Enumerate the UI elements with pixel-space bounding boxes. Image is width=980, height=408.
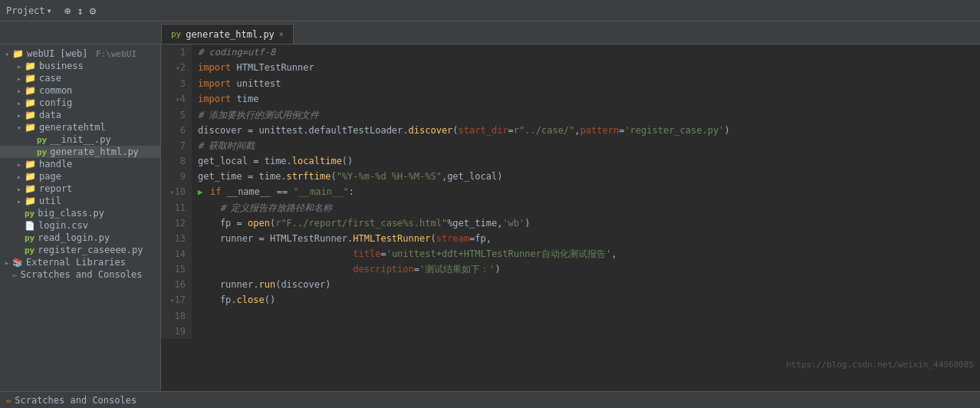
- code-line-10: ▾10 ▶if __name__ == "__main__":: [161, 184, 980, 200]
- line-num-4: ▾4: [161, 91, 192, 107]
- report-arrow-icon: [14, 185, 25, 193]
- line-num-7: 7: [161, 138, 192, 153]
- scratches-bottom-label: Scratches and Consoles: [15, 395, 136, 406]
- sidebar-item-register-case[interactable]: py register_caseeee.py: [0, 244, 160, 256]
- line-content-5: # 添加要执行的测试用例文件: [192, 107, 980, 123]
- line-content-12: fp = open(r"F../report/first_case%s.html…: [192, 216, 980, 231]
- line-content-4: import time: [192, 91, 980, 107]
- generatehtml-folder-icon: 📁: [25, 122, 36, 133]
- case-arrow-icon: [14, 74, 25, 83]
- code-line-2: ▾2 import HTMLTestRunner: [161, 60, 980, 76]
- sidebar-item-case[interactable]: 📁 case: [0, 72, 160, 84]
- add-icon[interactable]: ⊕: [64, 5, 71, 17]
- line-content-9: get_time = time.strftime("%Y-%m-%d %H-%M…: [192, 169, 980, 184]
- register-case-label: register_caseeee.py: [38, 245, 143, 255]
- code-line-5: 5 # 添加要执行的测试用例文件: [161, 107, 980, 123]
- config-label: config: [39, 97, 72, 108]
- line-num-17: ▾17: [161, 292, 192, 308]
- bottom-bar: ✏ Scratches and Consoles: [0, 391, 980, 408]
- line-num-12: 12: [161, 216, 192, 231]
- settings-icon[interactable]: ⚙: [90, 5, 96, 17]
- code-lines: 1 # coding=utf-8 ▾2 import HTMLTestRunne…: [161, 44, 980, 339]
- dropdown-arrow-icon: ▾: [47, 5, 52, 16]
- big-class-label: big_class.py: [38, 208, 104, 219]
- scratches-label: Scratches and Consoles: [21, 269, 143, 280]
- line-num-15: 15: [161, 262, 192, 277]
- line-content-17: fp.close(): [192, 292, 980, 308]
- line-num-11: 11: [161, 200, 192, 216]
- sidebar-item-data[interactable]: 📁 data: [0, 109, 160, 121]
- line-content-8: get_local = time.localtime(): [192, 153, 980, 169]
- sync-icon[interactable]: ↕: [77, 5, 83, 17]
- sidebar-item-generate-html[interactable]: py generate_html.py: [0, 146, 160, 158]
- ext-libs-arrow-icon: [2, 258, 12, 267]
- init-label: __init__.py: [50, 134, 110, 145]
- init-py-icon: py: [37, 135, 47, 145]
- line-content-13: runner = HTMLTestRunner.HTMLTestRunner(s…: [192, 231, 980, 246]
- business-folder-icon: 📁: [25, 61, 36, 71]
- line-content-15: description='测试结果如下：'): [192, 262, 980, 277]
- code-line-7: 7 # 获取时间戳: [161, 138, 980, 153]
- sidebar-root[interactable]: 📁 webUI [web] F:\webUI: [0, 48, 160, 60]
- login-csv-label: login.csv: [38, 220, 88, 231]
- sidebar-item-page[interactable]: 📁 page: [0, 170, 160, 183]
- business-arrow-icon: [14, 62, 25, 71]
- code-line-14: 14 title='unittest+ddt+HTMLTestRunner自动化…: [161, 246, 980, 262]
- line-content-3: import unittest: [192, 76, 980, 91]
- sidebar-item-login-csv[interactable]: 📄 login.csv: [0, 219, 160, 232]
- tab-close-button[interactable]: ×: [279, 30, 284, 38]
- tab-label: generate_html.py: [186, 29, 275, 40]
- tab-generate-html[interactable]: py generate_html.py ×: [161, 24, 294, 44]
- sidebar-item-read-login[interactable]: py read_login.py: [0, 232, 160, 244]
- line-content-2: import HTMLTestRunner: [192, 60, 980, 76]
- line-content-19: [192, 324, 980, 339]
- code-line-18: 18: [161, 308, 980, 324]
- generatehtml-label: generatehtml: [39, 122, 106, 133]
- line-num-9: 9: [161, 169, 192, 184]
- read-login-py-icon: py: [25, 233, 35, 243]
- tab-bar: py generate_html.py ×: [0, 21, 980, 44]
- line-content-11: # 定义报告存放路径和名称: [192, 200, 980, 216]
- sidebar-item-big-class[interactable]: py big_class.py: [0, 207, 160, 219]
- code-line-8: 8 get_local = time.localtime(): [161, 153, 980, 169]
- sidebar-item-handle[interactable]: 📁 handle: [0, 158, 160, 170]
- common-label: common: [39, 85, 72, 96]
- line-num-6: 6: [161, 123, 192, 138]
- config-folder-icon: 📁: [25, 97, 36, 108]
- code-editor[interactable]: 1 # coding=utf-8 ▾2 import HTMLTestRunne…: [161, 44, 980, 391]
- register-case-py-icon: py: [25, 245, 35, 255]
- sidebar-item-external-libs[interactable]: 📚 External Libraries: [0, 256, 160, 268]
- big-class-py-icon: py: [25, 209, 35, 219]
- page-label: page: [39, 171, 61, 182]
- sidebar-item-config[interactable]: 📁 config: [0, 97, 160, 109]
- tab-py-icon: py: [171, 29, 181, 39]
- scratches-bottom-icon: ✏: [6, 395, 12, 406]
- sidebar-item-business[interactable]: 📁 business: [0, 60, 160, 72]
- line-num-16: 16: [161, 277, 192, 292]
- generatehtml-arrow-icon: [14, 123, 25, 132]
- sidebar-item-scratches[interactable]: ✏ Scratches and Consoles: [0, 268, 160, 281]
- sidebar-item-init[interactable]: py __init__.py: [0, 133, 160, 146]
- line-content-7: # 获取时间戳: [192, 138, 980, 153]
- title-bar: Project ▾ ⊕ ↕ ⚙: [0, 0, 980, 21]
- line-num-13: 13: [161, 231, 192, 246]
- common-arrow-icon: [14, 87, 25, 95]
- line-content-14: title='unittest+ddt+HTMLTestRunner自动化测试报…: [192, 246, 980, 262]
- title-bar-left: Project ▾ ⊕ ↕ ⚙: [6, 5, 96, 17]
- sidebar-item-generatehtml[interactable]: 📁 generatehtml: [0, 121, 160, 133]
- line-content-6: discover = unittest.defaultTestLoader.di…: [192, 123, 980, 138]
- sidebar-item-common[interactable]: 📁 common: [0, 84, 160, 97]
- sidebar-item-report[interactable]: 📁 report: [0, 183, 160, 195]
- util-folder-icon: 📁: [25, 196, 36, 206]
- read-login-label: read_login.py: [38, 232, 110, 243]
- sidebar-item-util[interactable]: 📁 util: [0, 195, 160, 207]
- code-line-17: ▾17 fp.close(): [161, 292, 980, 308]
- case-label: case: [39, 73, 61, 84]
- project-label: Project: [6, 5, 45, 16]
- data-folder-icon: 📁: [25, 110, 36, 120]
- report-label: report: [39, 183, 72, 194]
- project-dropdown[interactable]: Project ▾: [6, 5, 52, 16]
- generate-html-label: generate_html.py: [50, 146, 139, 157]
- line-num-18: 18: [161, 308, 192, 324]
- sidebar: 📁 webUI [web] F:\webUI 📁 business 📁 case…: [0, 44, 161, 391]
